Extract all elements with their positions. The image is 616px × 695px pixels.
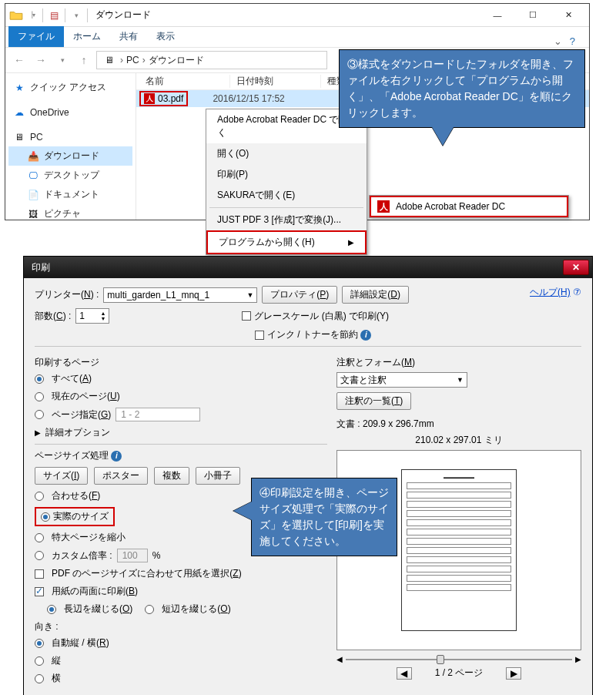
radio-auto-orient[interactable] bbox=[35, 639, 44, 648]
duplex-checkbox[interactable] bbox=[35, 587, 44, 596]
properties-button[interactable]: プロパティ(P) bbox=[262, 286, 337, 304]
save-ink-checkbox[interactable] bbox=[255, 331, 264, 340]
sidebar-pc[interactable]: 🖥PC bbox=[8, 128, 132, 146]
dialog-titlebar: 印刷 ✕ bbox=[24, 257, 592, 278]
scale-input[interactable]: 100 bbox=[117, 549, 148, 562]
preview-page: ▬▬▬▬▬▬▬▬ bbox=[401, 469, 517, 631]
pages-group-label: 印刷するページ bbox=[35, 356, 327, 369]
radio-landscape[interactable] bbox=[35, 674, 44, 683]
sidebar-quick-access[interactable]: ★クイック アクセス bbox=[8, 78, 132, 97]
booklet-button[interactable]: 小冊子 bbox=[196, 467, 240, 485]
radio-range[interactable] bbox=[35, 410, 44, 419]
expand-icon[interactable]: ▶ bbox=[35, 428, 41, 437]
info-icon[interactable]: i bbox=[111, 451, 122, 462]
dropdown-icon[interactable]: ▕▾ bbox=[24, 8, 39, 23]
advanced-button[interactable]: 詳細設定(D) bbox=[342, 286, 409, 304]
close-button[interactable]: ✕ bbox=[551, 4, 586, 27]
ribbon-tabs: ファイル ホーム 共有 表示 ⌄? bbox=[5, 27, 589, 47]
copies-spinner[interactable]: 1 ▲▼ bbox=[75, 308, 109, 324]
radio-shrink-oversize[interactable] bbox=[35, 533, 44, 542]
spin-up-icon[interactable]: ▲ bbox=[100, 311, 105, 316]
cm-justpdf[interactable]: JUST PDF 3 [作成]で変換(J)... bbox=[206, 210, 367, 230]
pdf-page-size-checkbox[interactable] bbox=[35, 569, 44, 579]
radio-long-edge[interactable] bbox=[47, 605, 56, 614]
radio-short-edge[interactable] bbox=[145, 605, 154, 614]
history-dropdown[interactable]: ▾ bbox=[53, 51, 72, 69]
up-button[interactable]: ↑ bbox=[75, 51, 93, 69]
zoom-slider[interactable]: ◀▶ bbox=[336, 655, 581, 663]
pdf-icon: 人 bbox=[144, 93, 155, 104]
chevron-down-icon: ▼ bbox=[246, 291, 253, 299]
tab-share[interactable]: 共有 bbox=[110, 26, 147, 47]
size-button[interactable]: サイズ(I) bbox=[35, 467, 88, 485]
download-folder-icon: 📥 bbox=[27, 150, 39, 163]
radio-fit[interactable] bbox=[35, 492, 44, 501]
dialog-close-button[interactable]: ✕ bbox=[563, 260, 589, 275]
chevron-down-icon: ▼ bbox=[457, 376, 464, 384]
radio-current[interactable] bbox=[35, 392, 44, 401]
forward-button[interactable]: → bbox=[32, 51, 50, 69]
printer-select[interactable]: multi_garden_L1_mnq_1▼ bbox=[103, 287, 257, 303]
radio-custom-scale[interactable] bbox=[35, 551, 44, 560]
cm-open-with[interactable]: プログラムから開く(H) ▶ bbox=[206, 230, 367, 254]
size-group-label: ページサイズ処理 bbox=[35, 450, 109, 461]
radio-actual-size[interactable] bbox=[41, 512, 50, 522]
tabs-dropdown-icon[interactable]: ▾ bbox=[69, 8, 84, 23]
breadcrumb-pc[interactable]: PC bbox=[126, 55, 139, 65]
star-icon: ★ bbox=[13, 82, 25, 94]
nav-sidebar: ★クイック アクセス ☁OneDrive 🖥PC 📥ダウンロード 🖵デスクトップ… bbox=[5, 73, 136, 220]
sidebar-desktop[interactable]: 🖵デスクトップ bbox=[8, 166, 132, 185]
col-name[interactable]: 名前 bbox=[141, 75, 230, 88]
ribbon-help-icon[interactable]: ? bbox=[570, 35, 575, 47]
page-indicator: 1 / 2 ページ bbox=[435, 666, 484, 680]
instruction-callout-4: ④印刷設定を開き、ページサイズ処理で「実際のサイズ」を選択して[印刷]を実施して… bbox=[251, 478, 397, 556]
info-icon[interactable]: i bbox=[360, 330, 371, 341]
file-name: 03.pdf bbox=[158, 93, 183, 104]
breadcrumb[interactable]: 🖥 › PC › ダウンロード bbox=[96, 51, 327, 69]
cloud-icon: ☁ bbox=[13, 106, 25, 119]
ribbon-chevron-icon[interactable]: ⌄ bbox=[554, 35, 562, 47]
tab-file[interactable]: ファイル bbox=[8, 26, 64, 47]
back-button[interactable]: ← bbox=[10, 51, 28, 69]
paper-size: 210.02 x 297.01 ミリ bbox=[336, 434, 581, 447]
sidebar-pictures[interactable]: 🖼ピクチャ bbox=[8, 204, 132, 220]
range-input[interactable]: 1 - 2 bbox=[116, 408, 200, 421]
breadcrumb-folder[interactable]: ダウンロード bbox=[149, 54, 204, 67]
help-link[interactable]: ヘルプ(H) bbox=[530, 287, 571, 297]
folder-icon bbox=[8, 8, 24, 23]
spin-down-icon[interactable]: ▼ bbox=[100, 316, 105, 321]
grayscale-checkbox[interactable] bbox=[242, 311, 251, 321]
desktop-icon: 🖵 bbox=[27, 170, 39, 182]
tab-view[interactable]: 表示 bbox=[147, 26, 184, 47]
sidebar-documents[interactable]: 📄ドキュメント bbox=[8, 185, 132, 204]
submenu-adobe[interactable]: 人 Adobe Acrobat Reader DC bbox=[370, 196, 568, 217]
multi-button[interactable]: 複数 bbox=[154, 467, 189, 485]
annotations-list-button[interactable]: 注釈の一覧(T) bbox=[336, 392, 411, 410]
cm-sakura[interactable]: SAKURAで開く(E) bbox=[206, 185, 367, 206]
window-title: ダウンロード bbox=[95, 8, 151, 22]
sidebar-downloads[interactable]: 📥ダウンロード bbox=[8, 146, 132, 166]
next-page-button[interactable]: ▶ bbox=[506, 667, 521, 680]
tab-home[interactable]: ホーム bbox=[64, 26, 110, 47]
radio-portrait[interactable] bbox=[35, 656, 44, 666]
titlebar: ▕▾ ▤ ▾ ダウンロード — ☐ ✕ bbox=[5, 4, 589, 27]
more-options[interactable]: 詳細オプション bbox=[45, 426, 110, 439]
col-date[interactable]: 日付時刻 bbox=[232, 75, 321, 88]
cm-open[interactable]: 開く(O) bbox=[206, 143, 367, 164]
radio-all[interactable] bbox=[35, 374, 44, 384]
printer-label: プリンター(N) : bbox=[35, 288, 99, 301]
open-with-submenu: 人 Adobe Acrobat Reader DC bbox=[369, 195, 569, 218]
annotations-select[interactable]: 文書と注釈▼ bbox=[336, 372, 467, 388]
context-menu: Adobe Acrobat Reader DC で開く 開く(O) 印刷(P) … bbox=[206, 109, 367, 255]
file-date: 2016/12/15 17:52 bbox=[189, 93, 284, 104]
instruction-callout-3: ③様式をダウンロードしたフォルダを開き、ファイルを右クリックして「プログラムから… bbox=[339, 49, 585, 128]
doc-size: 文書 : 209.9 x 296.7mm bbox=[336, 418, 581, 431]
maximize-button[interactable]: ☐ bbox=[515, 4, 551, 27]
prev-page-button[interactable]: ◀ bbox=[397, 667, 412, 680]
poster-button[interactable]: ポスター bbox=[94, 467, 148, 485]
sidebar-onedrive[interactable]: ☁OneDrive bbox=[8, 103, 132, 122]
minimize-button[interactable]: — bbox=[480, 4, 515, 27]
cm-print[interactable]: 印刷(P) bbox=[206, 164, 367, 185]
dialog-title: 印刷 bbox=[27, 261, 50, 274]
properties-icon[interactable]: ▤ bbox=[46, 8, 62, 23]
